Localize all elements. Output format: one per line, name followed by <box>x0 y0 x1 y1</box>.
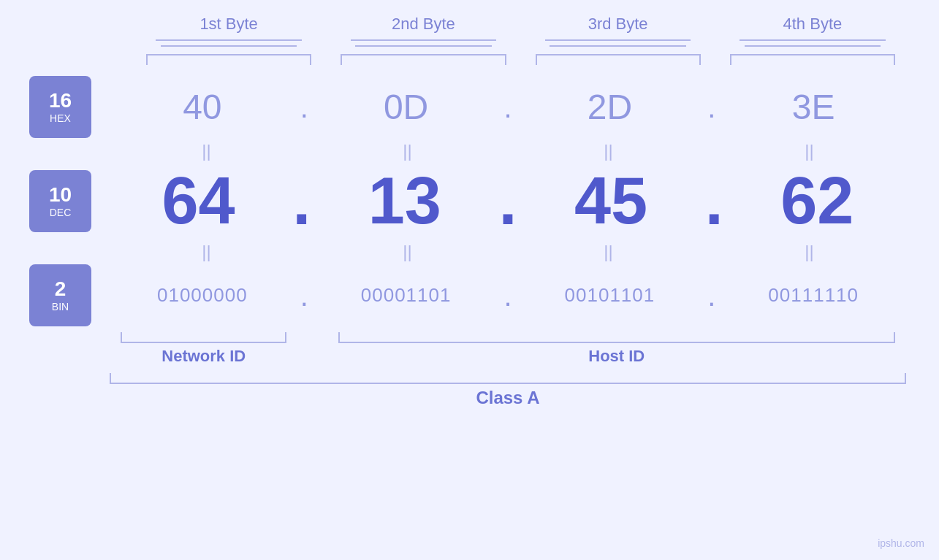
host-id-bracket <box>338 332 895 343</box>
bracket-2 <box>341 54 506 65</box>
hex-values: 40 . 0D . 2D . 3E <box>106 87 910 127</box>
hex-val-4: 3E <box>717 87 910 127</box>
dec-row: 10 DEC 64 . 13 . 45 . 62 <box>29 164 910 239</box>
hex-val-1: 40 <box>106 87 299 127</box>
dec-badge-number: 10 <box>49 185 72 205</box>
footer-brand: ipshu.com <box>878 537 924 549</box>
sep-1-2: || <box>307 142 508 160</box>
dec-val-3: 45 <box>519 164 704 239</box>
hex-badge-number: 16 <box>49 91 72 111</box>
byte-header-1: 1st Byte <box>132 15 326 47</box>
bin-badge: 2 BIN <box>29 264 91 326</box>
dot-bin-1: . <box>299 281 310 310</box>
dot-dec-1: . <box>291 169 312 234</box>
dot-dec-3: . <box>704 169 725 234</box>
class-label: Class A <box>476 388 539 408</box>
sep-2-2: || <box>307 243 508 261</box>
byte-headers-row: 1st Byte 2nd Byte 3rd Byte 4th Byte <box>29 15 910 47</box>
sep-2-1: || <box>106 243 307 261</box>
host-id-section: Host ID <box>324 332 911 366</box>
network-id-section: Network ID <box>106 332 302 366</box>
hex-val-2: 0D <box>310 87 503 127</box>
network-id-label: Network ID <box>161 347 246 366</box>
host-id-label: Host ID <box>588 347 645 366</box>
dot-hex-1: . <box>299 93 310 122</box>
dec-val-2: 13 <box>312 164 497 239</box>
dot-hex-2: . <box>502 93 513 122</box>
hex-val-3: 2D <box>514 87 707 127</box>
bin-val-2: 00001101 <box>310 284 503 307</box>
hex-badge-label: HEX <box>50 112 71 124</box>
dec-values: 64 . 13 . 45 . 62 <box>106 164 910 239</box>
dec-val-1: 64 <box>106 164 291 239</box>
sep-row-2: || || || || <box>29 239 910 264</box>
hex-row: 16 HEX 40 . 0D . 2D . 3E <box>29 76 910 138</box>
dot-dec-2: . <box>497 169 518 234</box>
bin-val-4: 00111110 <box>717 284 910 307</box>
bracket-4 <box>730 54 895 65</box>
bin-row: 2 BIN 01000000 . 00001101 . 00101101 . 0… <box>29 264 910 326</box>
class-bracket <box>110 373 906 384</box>
byte-header-3: 3rd Byte <box>521 15 715 47</box>
bin-val-1: 01000000 <box>106 284 299 307</box>
bin-badge-number: 2 <box>55 279 66 299</box>
bin-badge-label: BIN <box>52 301 69 312</box>
dot-bin-3: . <box>706 281 717 310</box>
byte-header-4: 4th Byte <box>715 15 910 47</box>
class-section: Class A <box>29 373 910 408</box>
dec-badge: 10 DEC <box>29 170 91 232</box>
byte-header-2: 2nd Byte <box>326 15 520 47</box>
bracket-top-row <box>29 54 910 69</box>
spacer-1 <box>302 332 324 366</box>
hex-badge: 16 HEX <box>29 76 91 138</box>
dot-bin-2: . <box>502 281 513 310</box>
bracket-3 <box>536 54 701 65</box>
sep-1-3: || <box>508 142 709 160</box>
sep-1-4: || <box>709 142 910 160</box>
sep-2-4: || <box>709 243 910 261</box>
bin-values: 01000000 . 00001101 . 00101101 . 0011111… <box>106 281 910 310</box>
dec-badge-label: DEC <box>50 207 72 218</box>
sep-2-3: || <box>508 243 709 261</box>
bracket-1 <box>146 54 311 65</box>
network-id-bracket <box>121 332 286 343</box>
main-container: 1st Byte 2nd Byte 3rd Byte 4th Byte 16 H… <box>0 0 939 560</box>
dec-val-4: 62 <box>725 164 910 239</box>
id-sections-row: Network ID Host ID <box>29 332 910 366</box>
sep-row-1: || || || || <box>29 138 910 164</box>
bin-val-3: 00101101 <box>514 284 707 307</box>
dot-hex-3: . <box>706 93 717 122</box>
sep-1-1: || <box>106 142 307 160</box>
